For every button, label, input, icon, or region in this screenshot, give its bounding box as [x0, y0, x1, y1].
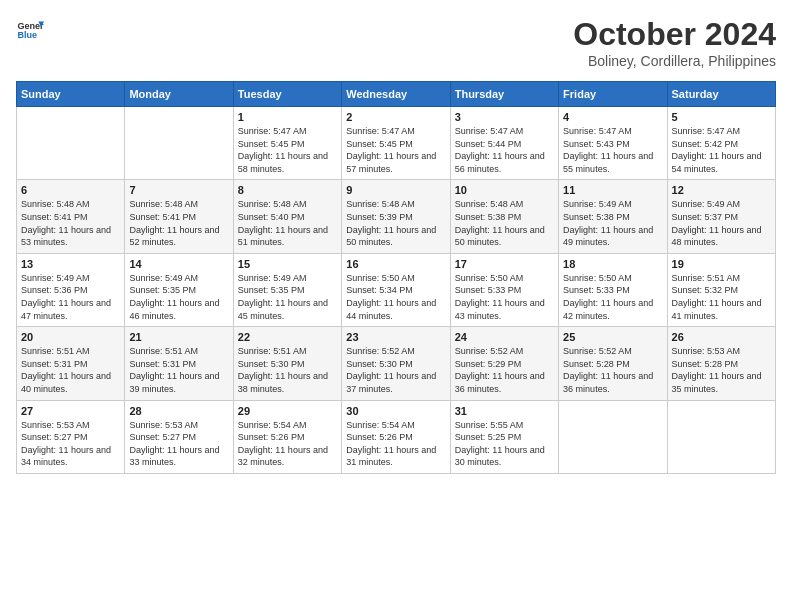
day-info: Sunrise: 5:50 AM Sunset: 5:34 PM Dayligh… — [346, 272, 445, 322]
calendar-cell — [667, 400, 775, 473]
day-number: 30 — [346, 405, 445, 417]
day-number: 11 — [563, 184, 662, 196]
day-info: Sunrise: 5:48 AM Sunset: 5:39 PM Dayligh… — [346, 198, 445, 248]
day-info: Sunrise: 5:52 AM Sunset: 5:28 PM Dayligh… — [563, 345, 662, 395]
calendar-cell: 9Sunrise: 5:48 AM Sunset: 5:39 PM Daylig… — [342, 180, 450, 253]
calendar-cell: 6Sunrise: 5:48 AM Sunset: 5:41 PM Daylig… — [17, 180, 125, 253]
calendar-cell — [17, 107, 125, 180]
calendar-cell: 31Sunrise: 5:55 AM Sunset: 5:25 PM Dayli… — [450, 400, 558, 473]
calendar-table: SundayMondayTuesdayWednesdayThursdayFrid… — [16, 81, 776, 474]
calendar-cell: 10Sunrise: 5:48 AM Sunset: 5:38 PM Dayli… — [450, 180, 558, 253]
day-number: 8 — [238, 184, 337, 196]
day-number: 13 — [21, 258, 120, 270]
day-number: 10 — [455, 184, 554, 196]
calendar-cell: 22Sunrise: 5:51 AM Sunset: 5:30 PM Dayli… — [233, 327, 341, 400]
week-row-3: 13Sunrise: 5:49 AM Sunset: 5:36 PM Dayli… — [17, 253, 776, 326]
calendar-cell: 21Sunrise: 5:51 AM Sunset: 5:31 PM Dayli… — [125, 327, 233, 400]
day-number: 7 — [129, 184, 228, 196]
calendar-cell: 23Sunrise: 5:52 AM Sunset: 5:30 PM Dayli… — [342, 327, 450, 400]
day-number: 25 — [563, 331, 662, 343]
day-number: 9 — [346, 184, 445, 196]
day-number: 21 — [129, 331, 228, 343]
day-header-monday: Monday — [125, 82, 233, 107]
day-info: Sunrise: 5:48 AM Sunset: 5:41 PM Dayligh… — [129, 198, 228, 248]
day-info: Sunrise: 5:51 AM Sunset: 5:31 PM Dayligh… — [21, 345, 120, 395]
day-header-wednesday: Wednesday — [342, 82, 450, 107]
calendar-cell — [559, 400, 667, 473]
calendar-cell: 15Sunrise: 5:49 AM Sunset: 5:35 PM Dayli… — [233, 253, 341, 326]
day-info: Sunrise: 5:50 AM Sunset: 5:33 PM Dayligh… — [455, 272, 554, 322]
day-info: Sunrise: 5:48 AM Sunset: 5:40 PM Dayligh… — [238, 198, 337, 248]
logo-icon: General Blue — [16, 16, 44, 44]
day-number: 17 — [455, 258, 554, 270]
calendar-cell: 2Sunrise: 5:47 AM Sunset: 5:45 PM Daylig… — [342, 107, 450, 180]
calendar-cell: 29Sunrise: 5:54 AM Sunset: 5:26 PM Dayli… — [233, 400, 341, 473]
day-number: 18 — [563, 258, 662, 270]
calendar-cell: 24Sunrise: 5:52 AM Sunset: 5:29 PM Dayli… — [450, 327, 558, 400]
header: General Blue October 2024 Boliney, Cordi… — [16, 16, 776, 69]
day-number: 2 — [346, 111, 445, 123]
day-header-thursday: Thursday — [450, 82, 558, 107]
calendar-cell: 18Sunrise: 5:50 AM Sunset: 5:33 PM Dayli… — [559, 253, 667, 326]
day-number: 12 — [672, 184, 771, 196]
day-info: Sunrise: 5:48 AM Sunset: 5:41 PM Dayligh… — [21, 198, 120, 248]
day-number: 6 — [21, 184, 120, 196]
day-info: Sunrise: 5:53 AM Sunset: 5:28 PM Dayligh… — [672, 345, 771, 395]
day-info: Sunrise: 5:47 AM Sunset: 5:45 PM Dayligh… — [238, 125, 337, 175]
day-number: 31 — [455, 405, 554, 417]
day-number: 28 — [129, 405, 228, 417]
calendar-cell — [125, 107, 233, 180]
day-header-friday: Friday — [559, 82, 667, 107]
calendar-cell: 12Sunrise: 5:49 AM Sunset: 5:37 PM Dayli… — [667, 180, 775, 253]
day-info: Sunrise: 5:54 AM Sunset: 5:26 PM Dayligh… — [346, 419, 445, 469]
day-info: Sunrise: 5:49 AM Sunset: 5:37 PM Dayligh… — [672, 198, 771, 248]
day-info: Sunrise: 5:49 AM Sunset: 5:36 PM Dayligh… — [21, 272, 120, 322]
day-info: Sunrise: 5:52 AM Sunset: 5:29 PM Dayligh… — [455, 345, 554, 395]
day-number: 4 — [563, 111, 662, 123]
calendar-cell: 1Sunrise: 5:47 AM Sunset: 5:45 PM Daylig… — [233, 107, 341, 180]
calendar-cell: 25Sunrise: 5:52 AM Sunset: 5:28 PM Dayli… — [559, 327, 667, 400]
day-info: Sunrise: 5:55 AM Sunset: 5:25 PM Dayligh… — [455, 419, 554, 469]
calendar-cell: 20Sunrise: 5:51 AM Sunset: 5:31 PM Dayli… — [17, 327, 125, 400]
day-info: Sunrise: 5:49 AM Sunset: 5:35 PM Dayligh… — [238, 272, 337, 322]
calendar-cell: 19Sunrise: 5:51 AM Sunset: 5:32 PM Dayli… — [667, 253, 775, 326]
day-number: 26 — [672, 331, 771, 343]
calendar-cell: 17Sunrise: 5:50 AM Sunset: 5:33 PM Dayli… — [450, 253, 558, 326]
calendar-cell: 7Sunrise: 5:48 AM Sunset: 5:41 PM Daylig… — [125, 180, 233, 253]
calendar-cell: 11Sunrise: 5:49 AM Sunset: 5:38 PM Dayli… — [559, 180, 667, 253]
day-number: 20 — [21, 331, 120, 343]
day-number: 19 — [672, 258, 771, 270]
calendar-cell: 14Sunrise: 5:49 AM Sunset: 5:35 PM Dayli… — [125, 253, 233, 326]
title-area: October 2024 Boliney, Cordillera, Philip… — [573, 16, 776, 69]
day-number: 27 — [21, 405, 120, 417]
day-info: Sunrise: 5:51 AM Sunset: 5:30 PM Dayligh… — [238, 345, 337, 395]
day-number: 15 — [238, 258, 337, 270]
logo: General Blue — [16, 16, 44, 44]
day-header-sunday: Sunday — [17, 82, 125, 107]
svg-text:Blue: Blue — [17, 30, 37, 40]
day-info: Sunrise: 5:50 AM Sunset: 5:33 PM Dayligh… — [563, 272, 662, 322]
calendar-cell: 3Sunrise: 5:47 AM Sunset: 5:44 PM Daylig… — [450, 107, 558, 180]
day-number: 5 — [672, 111, 771, 123]
calendar-cell: 13Sunrise: 5:49 AM Sunset: 5:36 PM Dayli… — [17, 253, 125, 326]
day-number: 14 — [129, 258, 228, 270]
calendar-cell: 16Sunrise: 5:50 AM Sunset: 5:34 PM Dayli… — [342, 253, 450, 326]
day-number: 29 — [238, 405, 337, 417]
day-number: 16 — [346, 258, 445, 270]
day-info: Sunrise: 5:47 AM Sunset: 5:45 PM Dayligh… — [346, 125, 445, 175]
day-info: Sunrise: 5:53 AM Sunset: 5:27 PM Dayligh… — [21, 419, 120, 469]
calendar-cell: 30Sunrise: 5:54 AM Sunset: 5:26 PM Dayli… — [342, 400, 450, 473]
day-info: Sunrise: 5:47 AM Sunset: 5:43 PM Dayligh… — [563, 125, 662, 175]
day-info: Sunrise: 5:51 AM Sunset: 5:32 PM Dayligh… — [672, 272, 771, 322]
day-info: Sunrise: 5:47 AM Sunset: 5:42 PM Dayligh… — [672, 125, 771, 175]
day-number: 23 — [346, 331, 445, 343]
day-number: 22 — [238, 331, 337, 343]
day-info: Sunrise: 5:48 AM Sunset: 5:38 PM Dayligh… — [455, 198, 554, 248]
calendar-cell: 26Sunrise: 5:53 AM Sunset: 5:28 PM Dayli… — [667, 327, 775, 400]
day-number: 1 — [238, 111, 337, 123]
calendar-cell: 5Sunrise: 5:47 AM Sunset: 5:42 PM Daylig… — [667, 107, 775, 180]
month-title: October 2024 — [573, 16, 776, 53]
day-header-saturday: Saturday — [667, 82, 775, 107]
day-info: Sunrise: 5:47 AM Sunset: 5:44 PM Dayligh… — [455, 125, 554, 175]
week-row-4: 20Sunrise: 5:51 AM Sunset: 5:31 PM Dayli… — [17, 327, 776, 400]
